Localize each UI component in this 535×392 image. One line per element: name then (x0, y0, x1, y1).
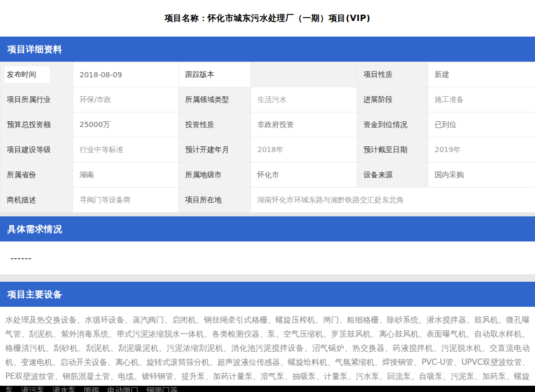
cell-label-funds-status: 资金到位情况 (357, 112, 428, 137)
cell-label-equipment-source: 设备来源 (357, 163, 428, 188)
cell-label-business-desc: 商机描述 (1, 188, 73, 213)
section-header-equipment-label: 项目主要设备 (7, 289, 62, 301)
table-row: 预算总投资额 25000万 投资性质 非政府投资 资金到位情况 已到位 (1, 112, 535, 137)
cell-value-start-date: 2018年 (251, 137, 357, 163)
publish-date-highlight: 发布时间 (5, 66, 50, 83)
cell-value-project-nature: 新建 (428, 62, 535, 87)
cell-value-equipment-source: 国内采购 (428, 163, 535, 188)
cell-value-location: 湖南怀化市环城东路与湘黔铁路交汇处东北角 (251, 188, 535, 213)
section-divider (0, 213, 535, 216)
section-header-demand: 具体需求情况 (0, 216, 535, 241)
cell-label-start-date: 预计开建年月 (179, 137, 251, 163)
page-title: 项目名称：怀化市城东污水处理厂（一期）项目(VIP) (165, 13, 371, 24)
cell-label-city: 所属地级市 (179, 163, 251, 188)
cell-value-city: 怀化市 (251, 163, 357, 188)
cell-label-publish-date: 发布时间 (1, 62, 73, 87)
cell-value-progress-stage: 施工准备 (428, 87, 535, 112)
cell-label-field-type: 所属领域类型 (179, 87, 251, 112)
cell-value-track-version (251, 62, 357, 87)
cell-label-budget: 预算总投资额 (1, 112, 73, 137)
cell-label-industry: 项目所属行业 (1, 87, 73, 112)
details-table: 发布时间 2018-08-09 跟踪版本 项目性质 新建 项目所属行业 环保/市… (0, 62, 535, 213)
demand-content: ------ (0, 241, 535, 274)
section-header-equipment: 项目主要设备 (0, 282, 535, 307)
cell-label-province: 所属省份 (1, 163, 73, 188)
table-row: 发布时间 2018-08-09 跟踪版本 项目性质 新建 (1, 62, 535, 87)
equipment-list: 水处理及热交换设备、水循环设备、蒸汽阀门、启闭机、钢丝绳牵引式格栅、螺旋压榨机、… (0, 307, 535, 386)
cell-value-funds-status: 已到位 (428, 112, 535, 137)
cell-value-investment-nature: 非政府投资 (251, 112, 357, 137)
table-row: 商机描述 寻阀门等设备商 项目所在地 湖南怀化市环城东路与湘黔铁路交汇处东北角 (1, 188, 535, 213)
cell-label-investment-nature: 投资性质 (179, 112, 251, 137)
cell-value-budget: 25000万 (73, 112, 179, 137)
section-divider (0, 274, 535, 282)
cell-value-field-type: 生活污水 (251, 87, 357, 112)
cell-label-progress-stage: 进展阶段 (357, 87, 428, 112)
table-row: 所属省份 湖南 所属地级市 怀化市 设备来源 国内采购 (1, 163, 535, 188)
title-bar: 项目名称：怀化市城东污水处理厂（一期）项目(VIP) (0, 0, 535, 37)
cell-label-location: 项目所在地 (179, 188, 251, 213)
cell-label-project-nature: 项目性质 (357, 62, 428, 87)
table-row: 项目建设等级 行业中等标准 预计开建年月 2018年 预计截至日期 2019年 (1, 137, 535, 163)
cell-value-industry: 环保/市政 (73, 87, 179, 112)
cell-value-publish-date: 2018-08-09 (73, 62, 179, 87)
cell-label-construction-grade: 项目建设等级 (1, 137, 73, 163)
section-header-details-label: 项目详细资料 (7, 43, 62, 55)
page: 项目名称：怀化市城东污水处理厂（一期）项目(VIP) 项目详细资料 发布时间 2… (0, 0, 535, 392)
section-header-details: 项目详细资料 (0, 37, 535, 62)
cell-value-province: 湖南 (73, 163, 179, 188)
table-row: 项目所属行业 环保/市政 所属领域类型 生活污水 进展阶段 施工准备 (1, 87, 535, 112)
cell-value-construction-grade: 行业中等标准 (73, 137, 179, 163)
cell-value-end-date: 2019年 (428, 137, 535, 163)
cell-label-track-version: 跟踪版本 (179, 62, 251, 87)
section-header-demand-label: 具体需求情况 (7, 223, 62, 235)
cell-label-end-date: 预计截至日期 (357, 137, 428, 163)
cell-value-business-desc: 寻阀门等设备商 (73, 188, 179, 213)
